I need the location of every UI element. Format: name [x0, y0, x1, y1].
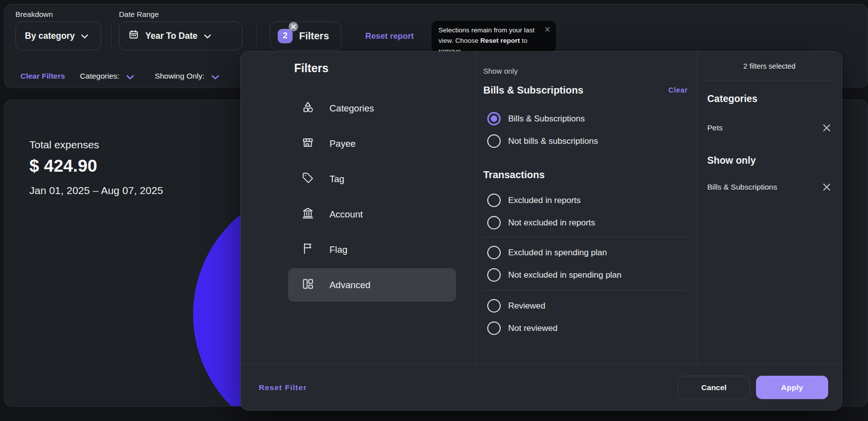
reset-report-link[interactable]: Reset report	[365, 21, 414, 50]
toast-line2-prefix: Choose	[455, 37, 480, 44]
clear-section-link[interactable]: Clear	[668, 86, 688, 94]
radio-excluded-in-spending-plan[interactable]: Excluded in spending plan	[487, 241, 607, 264]
date-range-label: Date Range	[119, 10, 159, 18]
filters-modal-title: Filters	[294, 62, 328, 75]
active-filters-row: Clear Filters Categories: Showing Only:	[20, 67, 219, 85]
breakdown-label: Breakdown	[15, 10, 53, 18]
toast-notification: Selections remain from your last view. C…	[432, 21, 556, 53]
radio-unselected-icon	[487, 194, 501, 207]
sidebar-item-account[interactable]: Account	[288, 198, 456, 231]
radio-excluded-in-reports[interactable]: Excluded in reports	[487, 189, 581, 211]
filters-count-badge: 2	[278, 29, 293, 43]
reset-filter-link[interactable]: Reset Filter	[259, 383, 307, 392]
showing-only-filter-label: Showing Only:	[155, 72, 205, 81]
total-expenses-value: $ 424.90	[29, 156, 97, 176]
sidebar-item-advanced[interactable]: Advanced	[288, 268, 456, 302]
radio-not-reviewed[interactable]: Not reviewed	[487, 317, 557, 339]
selected-panel-divider	[705, 81, 834, 81]
calendar-icon	[128, 29, 139, 42]
radio-reviewed[interactable]: Reviewed	[487, 295, 545, 317]
filters-button-label: Filters	[299, 30, 329, 42]
sidebar-item-categories[interactable]: Categories	[288, 92, 456, 125]
show-only-label: Show only	[483, 67, 518, 75]
clear-filters-badge-icon[interactable]	[289, 22, 298, 31]
selected-filter-bills-subscriptions: Bills & Subscriptions	[707, 183, 777, 192]
filters-sidebar: Filters Categories Payee	[241, 52, 476, 364]
categories-shapes-icon	[301, 101, 315, 116]
remove-bills-filter-icon[interactable]	[823, 183, 831, 191]
radio-unselected-icon	[487, 299, 501, 313]
chevron-down-icon	[81, 31, 88, 41]
flag-icon	[301, 242, 315, 258]
filters-button[interactable]: 2 Filters	[270, 21, 341, 50]
apply-button[interactable]: Apply	[756, 376, 828, 399]
radio-unselected-icon	[487, 321, 501, 335]
radio-group-divider	[482, 237, 688, 237]
radio-unselected-icon	[487, 246, 501, 259]
categories-filter-label: Categories:	[80, 72, 119, 81]
breakdown-select[interactable]: By category	[15, 21, 101, 50]
date-range-value: Year To Date	[145, 31, 198, 41]
radio-not-excluded-in-reports[interactable]: Not excluded in reports	[487, 211, 595, 234]
filters-selected-count: 2 filters selected	[697, 62, 842, 70]
layout-panels-icon	[301, 277, 315, 293]
filters-sidebar-items: Categories Payee Tag	[288, 92, 456, 302]
sidebar-item-flag[interactable]: Flag	[288, 233, 456, 266]
bills-section-title: Bills & Subscriptions	[483, 85, 583, 96]
radio-not-bills-subscriptions[interactable]: Not bills & subscriptions	[487, 130, 598, 152]
filters-modal: Filters Categories Payee	[240, 51, 842, 411]
filters-modal-footer: Reset Filter Cancel Apply	[241, 364, 842, 410]
date-range-select[interactable]: Year To Date	[119, 21, 242, 50]
radio-unselected-icon	[487, 134, 501, 148]
transactions-section-title: Transactions	[483, 169, 544, 181]
report-date-range: Jan 01, 2025 – Aug 07, 2025	[29, 185, 163, 197]
toast-close-icon[interactable]: ✕	[543, 26, 551, 34]
filters-main-panel: Show only Bills & Subscriptions Clear Bi…	[476, 52, 697, 364]
breakdown-value: By category	[25, 31, 75, 41]
sidebar-item-payee[interactable]: Payee	[288, 127, 456, 160]
clear-filters-link[interactable]: Clear Filters	[20, 72, 65, 81]
showing-only-chevron-icon[interactable]	[212, 73, 219, 82]
sidebar-item-label: Categories	[329, 103, 374, 114]
storefront-icon	[301, 136, 315, 152]
toolbar-divider	[111, 21, 111, 50]
sidebar-item-label: Payee	[329, 138, 355, 149]
tag-icon	[301, 171, 315, 187]
remove-pets-filter-icon[interactable]	[823, 124, 831, 132]
selected-filters-panel: 2 filters selected Categories Pets Show …	[697, 52, 842, 364]
selected-filter-pets: Pets	[707, 123, 723, 132]
selected-show-only-heading: Show only	[707, 155, 756, 166]
radio-unselected-icon	[487, 216, 501, 229]
radio-group-divider	[482, 290, 688, 291]
sidebar-item-label: Flag	[329, 244, 347, 255]
filters-modal-body: Filters Categories Payee	[241, 52, 842, 364]
toolbar-divider	[256, 21, 257, 50]
cancel-button[interactable]: Cancel	[678, 376, 750, 399]
sidebar-item-label: Advanced	[329, 280, 370, 291]
selected-filter-row: Pets	[707, 119, 831, 136]
radio-unselected-icon	[487, 268, 501, 282]
radio-bills-subscriptions[interactable]: Bills & Subscriptions	[487, 107, 585, 130]
toast-line2-bold: Reset report	[480, 37, 520, 44]
selected-categories-heading: Categories	[707, 93, 758, 105]
bank-icon	[301, 207, 315, 222]
selected-filter-row: Bills & Subscriptions	[707, 178, 831, 196]
radio-selected-icon	[487, 112, 501, 125]
sidebar-item-tag[interactable]: Tag	[288, 162, 456, 196]
total-expenses-label: Total expenses	[29, 139, 99, 151]
sidebar-item-label: Account	[329, 209, 363, 220]
sidebar-item-label: Tag	[329, 174, 344, 185]
chevron-down-icon	[204, 31, 211, 41]
categories-chevron-icon[interactable]	[126, 73, 134, 82]
radio-not-excluded-in-spending-plan[interactable]: Not excluded in spending plan	[487, 264, 622, 286]
